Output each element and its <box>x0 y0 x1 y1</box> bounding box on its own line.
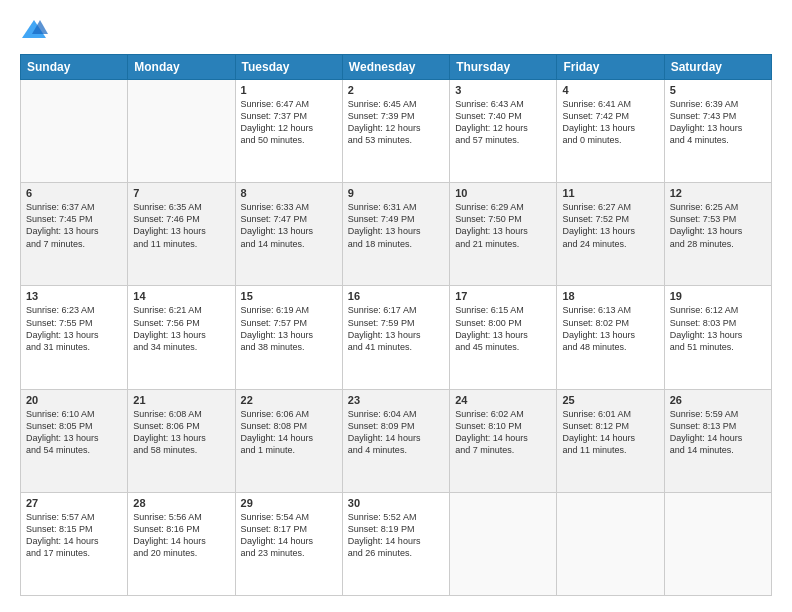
cell-info: Sunrise: 6:35 AM Sunset: 7:46 PM Dayligh… <box>133 201 229 250</box>
day-number: 2 <box>348 84 444 96</box>
cell-info: Sunrise: 6:23 AM Sunset: 7:55 PM Dayligh… <box>26 304 122 353</box>
day-number: 24 <box>455 394 551 406</box>
cell-info: Sunrise: 6:33 AM Sunset: 7:47 PM Dayligh… <box>241 201 337 250</box>
cell-info: Sunrise: 6:25 AM Sunset: 7:53 PM Dayligh… <box>670 201 766 250</box>
weekday-header-friday: Friday <box>557 55 664 80</box>
cell-info: Sunrise: 5:54 AM Sunset: 8:17 PM Dayligh… <box>241 511 337 560</box>
day-number: 16 <box>348 290 444 302</box>
weekday-header-row: SundayMondayTuesdayWednesdayThursdayFrid… <box>21 55 772 80</box>
day-number: 17 <box>455 290 551 302</box>
weekday-header-saturday: Saturday <box>664 55 771 80</box>
cell-info: Sunrise: 6:47 AM Sunset: 7:37 PM Dayligh… <box>241 98 337 147</box>
calendar-cell: 3Sunrise: 6:43 AM Sunset: 7:40 PM Daylig… <box>450 80 557 183</box>
calendar-cell: 30Sunrise: 5:52 AM Sunset: 8:19 PM Dayli… <box>342 492 449 595</box>
calendar-cell: 9Sunrise: 6:31 AM Sunset: 7:49 PM Daylig… <box>342 183 449 286</box>
cell-info: Sunrise: 5:57 AM Sunset: 8:15 PM Dayligh… <box>26 511 122 560</box>
day-number: 18 <box>562 290 658 302</box>
calendar-cell: 24Sunrise: 6:02 AM Sunset: 8:10 PM Dayli… <box>450 389 557 492</box>
day-number: 12 <box>670 187 766 199</box>
day-number: 21 <box>133 394 229 406</box>
day-number: 20 <box>26 394 122 406</box>
cell-info: Sunrise: 6:45 AM Sunset: 7:39 PM Dayligh… <box>348 98 444 147</box>
week-row-2: 13Sunrise: 6:23 AM Sunset: 7:55 PM Dayli… <box>21 286 772 389</box>
day-number: 27 <box>26 497 122 509</box>
calendar-cell: 2Sunrise: 6:45 AM Sunset: 7:39 PM Daylig… <box>342 80 449 183</box>
day-number: 23 <box>348 394 444 406</box>
calendar-cell: 8Sunrise: 6:33 AM Sunset: 7:47 PM Daylig… <box>235 183 342 286</box>
week-row-4: 27Sunrise: 5:57 AM Sunset: 8:15 PM Dayli… <box>21 492 772 595</box>
day-number: 30 <box>348 497 444 509</box>
day-number: 13 <box>26 290 122 302</box>
cell-info: Sunrise: 6:12 AM Sunset: 8:03 PM Dayligh… <box>670 304 766 353</box>
cell-info: Sunrise: 6:13 AM Sunset: 8:02 PM Dayligh… <box>562 304 658 353</box>
day-number: 8 <box>241 187 337 199</box>
logo <box>20 16 50 44</box>
calendar-cell: 22Sunrise: 6:06 AM Sunset: 8:08 PM Dayli… <box>235 389 342 492</box>
day-number: 9 <box>348 187 444 199</box>
day-number: 11 <box>562 187 658 199</box>
week-row-1: 6Sunrise: 6:37 AM Sunset: 7:45 PM Daylig… <box>21 183 772 286</box>
cell-info: Sunrise: 6:31 AM Sunset: 7:49 PM Dayligh… <box>348 201 444 250</box>
day-number: 3 <box>455 84 551 96</box>
calendar-cell: 7Sunrise: 6:35 AM Sunset: 7:46 PM Daylig… <box>128 183 235 286</box>
day-number: 4 <box>562 84 658 96</box>
day-number: 14 <box>133 290 229 302</box>
calendar-cell: 29Sunrise: 5:54 AM Sunset: 8:17 PM Dayli… <box>235 492 342 595</box>
calendar-cell: 20Sunrise: 6:10 AM Sunset: 8:05 PM Dayli… <box>21 389 128 492</box>
cell-info: Sunrise: 6:08 AM Sunset: 8:06 PM Dayligh… <box>133 408 229 457</box>
cell-info: Sunrise: 6:43 AM Sunset: 7:40 PM Dayligh… <box>455 98 551 147</box>
calendar-cell <box>664 492 771 595</box>
calendar-cell: 5Sunrise: 6:39 AM Sunset: 7:43 PM Daylig… <box>664 80 771 183</box>
cell-info: Sunrise: 6:19 AM Sunset: 7:57 PM Dayligh… <box>241 304 337 353</box>
calendar-cell: 19Sunrise: 6:12 AM Sunset: 8:03 PM Dayli… <box>664 286 771 389</box>
weekday-header-tuesday: Tuesday <box>235 55 342 80</box>
day-number: 1 <box>241 84 337 96</box>
cell-info: Sunrise: 6:01 AM Sunset: 8:12 PM Dayligh… <box>562 408 658 457</box>
cell-info: Sunrise: 6:17 AM Sunset: 7:59 PM Dayligh… <box>348 304 444 353</box>
calendar-cell <box>21 80 128 183</box>
day-number: 26 <box>670 394 766 406</box>
weekday-header-wednesday: Wednesday <box>342 55 449 80</box>
day-number: 5 <box>670 84 766 96</box>
weekday-header-thursday: Thursday <box>450 55 557 80</box>
calendar-cell: 18Sunrise: 6:13 AM Sunset: 8:02 PM Dayli… <box>557 286 664 389</box>
day-number: 10 <box>455 187 551 199</box>
cell-info: Sunrise: 6:15 AM Sunset: 8:00 PM Dayligh… <box>455 304 551 353</box>
day-number: 6 <box>26 187 122 199</box>
page: SundayMondayTuesdayWednesdayThursdayFrid… <box>0 0 792 612</box>
calendar-cell <box>557 492 664 595</box>
calendar-cell: 1Sunrise: 6:47 AM Sunset: 7:37 PM Daylig… <box>235 80 342 183</box>
header <box>20 16 772 44</box>
logo-icon <box>20 16 48 44</box>
cell-info: Sunrise: 5:56 AM Sunset: 8:16 PM Dayligh… <box>133 511 229 560</box>
cell-info: Sunrise: 6:37 AM Sunset: 7:45 PM Dayligh… <box>26 201 122 250</box>
day-number: 15 <box>241 290 337 302</box>
cell-info: Sunrise: 6:02 AM Sunset: 8:10 PM Dayligh… <box>455 408 551 457</box>
week-row-3: 20Sunrise: 6:10 AM Sunset: 8:05 PM Dayli… <box>21 389 772 492</box>
cell-info: Sunrise: 6:06 AM Sunset: 8:08 PM Dayligh… <box>241 408 337 457</box>
weekday-header-sunday: Sunday <box>21 55 128 80</box>
cell-info: Sunrise: 6:27 AM Sunset: 7:52 PM Dayligh… <box>562 201 658 250</box>
calendar-cell: 21Sunrise: 6:08 AM Sunset: 8:06 PM Dayli… <box>128 389 235 492</box>
calendar-cell: 16Sunrise: 6:17 AM Sunset: 7:59 PM Dayli… <box>342 286 449 389</box>
calendar-cell: 17Sunrise: 6:15 AM Sunset: 8:00 PM Dayli… <box>450 286 557 389</box>
calendar-cell: 28Sunrise: 5:56 AM Sunset: 8:16 PM Dayli… <box>128 492 235 595</box>
calendar-cell <box>450 492 557 595</box>
calendar-table: SundayMondayTuesdayWednesdayThursdayFrid… <box>20 54 772 596</box>
day-number: 22 <box>241 394 337 406</box>
day-number: 19 <box>670 290 766 302</box>
cell-info: Sunrise: 6:39 AM Sunset: 7:43 PM Dayligh… <box>670 98 766 147</box>
calendar-cell: 11Sunrise: 6:27 AM Sunset: 7:52 PM Dayli… <box>557 183 664 286</box>
cell-info: Sunrise: 5:52 AM Sunset: 8:19 PM Dayligh… <box>348 511 444 560</box>
calendar-cell: 26Sunrise: 5:59 AM Sunset: 8:13 PM Dayli… <box>664 389 771 492</box>
day-number: 7 <box>133 187 229 199</box>
cell-info: Sunrise: 6:04 AM Sunset: 8:09 PM Dayligh… <box>348 408 444 457</box>
weekday-header-monday: Monday <box>128 55 235 80</box>
calendar-cell: 10Sunrise: 6:29 AM Sunset: 7:50 PM Dayli… <box>450 183 557 286</box>
calendar-cell: 14Sunrise: 6:21 AM Sunset: 7:56 PM Dayli… <box>128 286 235 389</box>
cell-info: Sunrise: 5:59 AM Sunset: 8:13 PM Dayligh… <box>670 408 766 457</box>
calendar-cell <box>128 80 235 183</box>
calendar-cell: 4Sunrise: 6:41 AM Sunset: 7:42 PM Daylig… <box>557 80 664 183</box>
cell-info: Sunrise: 6:21 AM Sunset: 7:56 PM Dayligh… <box>133 304 229 353</box>
calendar-cell: 12Sunrise: 6:25 AM Sunset: 7:53 PM Dayli… <box>664 183 771 286</box>
